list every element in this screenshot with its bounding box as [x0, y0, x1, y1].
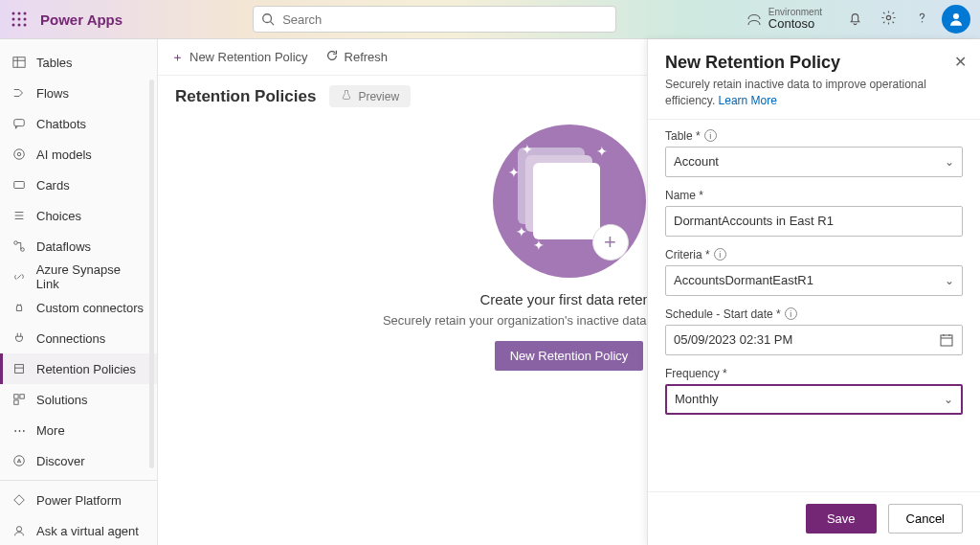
environment-name: Contoso [768, 17, 822, 31]
criteria-select[interactable]: AccountsDormantEastR1⌄ [665, 265, 963, 296]
agent-icon [11, 523, 27, 538]
svg-point-2 [24, 12, 27, 15]
nav-choices[interactable]: Choices [0, 200, 157, 231]
main-content: ＋ New Retention Policy Refresh Retention… [158, 39, 980, 545]
retention-icon [11, 361, 27, 376]
notifications-icon[interactable] [847, 10, 863, 30]
person-icon [947, 11, 965, 28]
search-box[interactable] [253, 6, 616, 33]
info-icon[interactable]: i [785, 307, 797, 320]
flask-icon [341, 89, 352, 103]
nav-synapse[interactable]: Azure Synapse Link [0, 261, 157, 292]
frequency-value: Monthly [675, 392, 719, 406]
svg-rect-23 [15, 365, 24, 374]
close-icon[interactable]: ✕ [954, 53, 967, 71]
nav-flows[interactable]: Flows [0, 78, 157, 108]
nav-label: Solutions [36, 393, 87, 407]
frequency-select[interactable]: Monthly⌄ [665, 384, 963, 415]
cmd-new-retention-policy[interactable]: ＋ New Retention Policy [171, 49, 308, 66]
cmd-refresh[interactable]: Refresh [325, 49, 389, 65]
chatbot-icon [11, 116, 27, 131]
nav-cards[interactable]: Cards [0, 170, 157, 200]
frequency-label: Frequency * [665, 367, 727, 380]
nav-ai-models[interactable]: AI models [0, 139, 157, 170]
nav-dataflows[interactable]: Dataflows [0, 231, 157, 261]
panel-subtitle: Securely retain inactive data to improve… [665, 77, 963, 109]
svg-point-5 [24, 18, 27, 21]
preview-text: Preview [358, 90, 399, 103]
empty-title: Create your first data retenti [480, 291, 658, 307]
search-input[interactable] [282, 12, 608, 27]
svg-point-11 [886, 15, 890, 19]
cmd-label: New Retention Policy [189, 50, 308, 64]
chevron-down-icon: ⌄ [945, 155, 954, 169]
app-launcher-icon[interactable] [0, 11, 38, 27]
app-title: Power Apps [38, 11, 128, 28]
user-avatar[interactable] [942, 5, 970, 34]
dataflow-icon [11, 238, 27, 254]
table-select[interactable]: Account⌄ [665, 147, 963, 177]
nav-label: Retention Policies [36, 362, 136, 376]
learn-more-link[interactable]: Learn More [719, 94, 777, 107]
cards-icon [11, 177, 27, 193]
settings-icon[interactable] [880, 10, 897, 30]
info-icon[interactable]: i [714, 248, 726, 261]
nav-solutions[interactable]: Solutions [0, 384, 157, 415]
info-icon[interactable]: i [704, 129, 717, 142]
nav-more[interactable]: ⋯More [0, 415, 157, 445]
svg-rect-17 [14, 120, 25, 126]
compass-icon [11, 453, 27, 468]
name-input[interactable] [665, 206, 963, 237]
table-label: Table * [665, 129, 701, 143]
plug-icon [11, 330, 27, 346]
left-nav: Tables Flows Chatbots AI models Cards Ch… [0, 39, 158, 545]
nav-custom-connectors[interactable]: Custom connectors [0, 292, 157, 323]
name-label: Name * [665, 189, 703, 202]
svg-point-28 [16, 527, 21, 532]
solutions-icon [11, 392, 27, 407]
scrollbar[interactable] [149, 79, 154, 468]
nav-label: Discover [36, 454, 85, 468]
ai-icon [11, 147, 27, 162]
nav-label: Dataflows [36, 239, 91, 254]
save-button[interactable]: Save [806, 504, 877, 534]
refresh-icon [325, 49, 339, 65]
nav-virtual-agent[interactable]: Ask a virtual agent [0, 515, 157, 545]
schedule-label: Schedule - Start date * [665, 307, 781, 321]
svg-point-0 [12, 12, 15, 15]
preview-badge: Preview [329, 85, 411, 107]
nav-connections[interactable]: Connections [0, 323, 157, 353]
plus-icon: ＋ [171, 49, 184, 66]
help-icon[interactable] [914, 10, 930, 30]
nav-label: More [36, 423, 65, 438]
schedule-input[interactable]: 05/09/2023 02:31 PM [665, 325, 963, 355]
environment-picker[interactable]: Environment Contoso [732, 7, 835, 31]
table-value: Account [674, 154, 719, 169]
empty-illustration: ✦ ✦ ✦ ✦ ✦ [493, 125, 646, 278]
nav-label: Choices [36, 209, 81, 223]
svg-point-13 [953, 13, 959, 19]
svg-point-18 [14, 149, 25, 160]
new-retention-policy-button[interactable]: New Retention Policy [495, 341, 644, 371]
svg-rect-24 [14, 395, 18, 398]
nav-label: Custom connectors [36, 301, 144, 315]
criteria-value: AccountsDormantEastR1 [674, 273, 813, 287]
nav-label: Azure Synapse Link [36, 262, 145, 291]
svg-rect-14 [13, 57, 25, 68]
svg-rect-26 [14, 400, 18, 404]
nav-label: Tables [36, 56, 73, 70]
environment-icon [746, 11, 763, 28]
cancel-button[interactable]: Cancel [888, 504, 963, 534]
svg-point-7 [18, 24, 21, 27]
nav-retention-policies[interactable]: Retention Policies [0, 353, 157, 384]
nav-discover[interactable]: Discover [0, 445, 157, 476]
nav-tables[interactable]: Tables [0, 47, 157, 78]
nav-chatbots[interactable]: Chatbots [0, 108, 157, 139]
criteria-label: Criteria * [665, 248, 710, 261]
nav-power-platform[interactable]: Power Platform [0, 485, 157, 515]
svg-point-1 [18, 12, 21, 15]
platform-icon [11, 492, 27, 508]
panel-title: New Retention Policy [665, 53, 963, 73]
calendar-icon[interactable] [939, 332, 954, 351]
chevron-down-icon: ⌄ [945, 274, 954, 287]
